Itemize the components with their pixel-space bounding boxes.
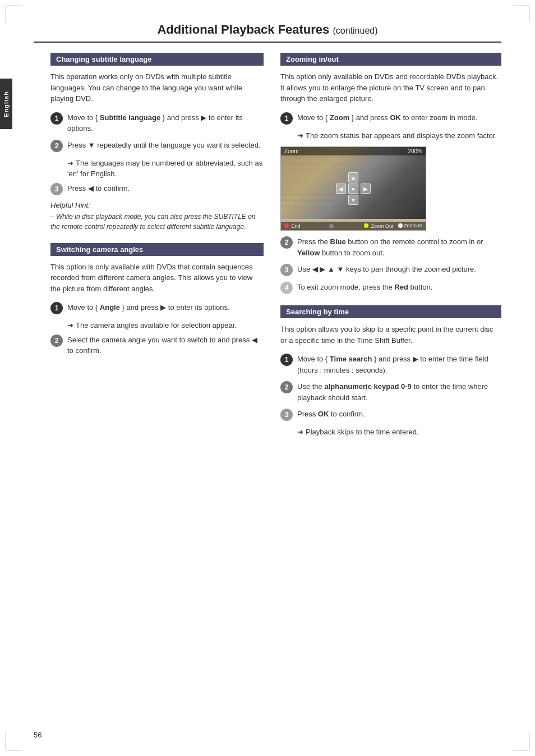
subtitle-step-1: 1 Move to { Subtitle language } and pres… <box>50 112 264 134</box>
subtitle-language-section: Changing subtitle language This operatio… <box>50 53 264 232</box>
time-step-3: 3 Press OK to confirm. <box>280 409 501 421</box>
angle-bold: Angle <box>100 303 120 311</box>
dot-gray <box>329 224 334 228</box>
alphanumeric-bold: alphanumeric keypad 0-9 <box>324 382 411 391</box>
red-bold: Red <box>394 283 408 291</box>
zoom-end-label: End <box>284 223 301 229</box>
zoom-percent: 200% <box>408 148 422 154</box>
hint-text: – While in disc playback mode, you can a… <box>50 212 264 232</box>
camera-step-1-arrow: ➜The camera angles available for selecti… <box>67 320 264 331</box>
camera-step-2: 2 Select the camera angle you want to sw… <box>50 335 264 356</box>
camera-step-2-content: Select the camera angle you want to swit… <box>67 335 264 356</box>
time-search-section: Searching by time This option allows you… <box>280 305 501 438</box>
step-2-content: Press ▼ repeatedly until the language yo… <box>67 140 261 151</box>
time-search-bold: Time search <box>330 355 372 363</box>
step-3-number: 3 <box>50 183 63 195</box>
subtitle-step-3: 3 Press ◀ to confirm. <box>50 183 264 195</box>
dot-yellow <box>364 223 368 228</box>
subtitle-language-bold: Subtitle language <box>100 113 160 122</box>
step-2-arrow-note: ➜The languages may be numbered or abbrev… <box>67 158 264 180</box>
zoom-status-bar: Zoom 200% <box>281 147 426 155</box>
subtitle-language-intro: This operation works only on DVDs with m… <box>50 71 264 104</box>
zoom-preview-image: Zoom 200% ▲ ◀ ● ▶ ▼ <box>280 146 426 231</box>
time-step-1-content: Move to { Time search } and press ▶ to e… <box>297 354 501 375</box>
zoom-nav-mid-row: ◀ ● ▶ <box>336 184 371 194</box>
zoom-left-button[interactable]: ◀ <box>336 184 346 194</box>
subtitle-step-2: 2 Press ▼ repeatedly until the language … <box>50 140 264 152</box>
zoom-step-2: 2 Press the Blue button on the remote co… <box>280 236 501 258</box>
blue-bold: Blue <box>330 237 346 246</box>
yellow-bold: Yellow <box>297 249 320 257</box>
zoom-nav-down-row: ▼ <box>348 195 358 205</box>
dot-red <box>284 223 289 228</box>
arrow-symbol: ➜ <box>67 159 73 167</box>
time-step-2-content: Use the alphanumeric keypad 0-9 to enter… <box>297 381 501 403</box>
camera-angles-header: Switching camera angles <box>50 243 264 256</box>
zoom-bold: Zoom <box>330 113 349 122</box>
zoom-step-4: 4 To exit zoom mode, press the Red butto… <box>280 282 501 294</box>
hint-title: Helpful Hint: <box>50 201 264 209</box>
ok-confirm-bold: OK <box>318 410 329 418</box>
zoom-step-3-content: Use ◀ ▶ ▲ ▼ keys to pan through the zoom… <box>297 264 476 275</box>
time-search-intro: This option allows you to skip to a spec… <box>280 324 501 346</box>
camera-angles-intro: This option is only available with DVDs … <box>50 262 264 295</box>
corner-mark-bl <box>6 734 22 750</box>
zoom-navigation: ▲ ◀ ● ▶ ▼ <box>336 172 371 205</box>
zoom-header: Zooming in/out <box>280 53 501 66</box>
camera-step-1: 1 Move to { Angle } and press ▶ to enter… <box>50 302 264 314</box>
step-1-content: Move to { Subtitle language } and press … <box>67 112 264 134</box>
title-continued: (continued) <box>333 26 377 35</box>
step-2-number: 2 <box>50 140 63 152</box>
zoom-up-button[interactable]: ▲ <box>348 172 358 182</box>
side-tab-label: English <box>3 91 10 117</box>
time-search-header: Searching by time <box>280 305 501 318</box>
zoom-step-4-content: To exit zoom mode, press the Red button. <box>297 282 432 293</box>
page-container: English Additional Playback Features (co… <box>0 0 535 756</box>
time-step-3-content: Press OK to confirm. <box>297 409 365 420</box>
zoom-ok-button[interactable]: ● <box>348 184 358 194</box>
camera-step-2-number: 2 <box>50 335 63 347</box>
zoom-step-3-number: 3 <box>280 264 293 276</box>
arrow-symbol-4: ➜ <box>297 428 303 436</box>
corner-mark-tr <box>513 6 529 22</box>
subtitle-language-header: Changing subtitle language <box>50 53 264 66</box>
zoom-section: Zooming in/out This option only availabl… <box>280 53 501 294</box>
zoom-label: Zoom <box>284 148 299 154</box>
zoom-step-4-number: 4 <box>280 282 293 294</box>
zoom-down-button[interactable]: ▼ <box>348 195 358 205</box>
time-step-3-arrow: ➜Playback skips to the time entered. <box>297 427 501 438</box>
right-column: Zooming in/out This option only availabl… <box>280 53 501 449</box>
time-step-2: 2 Use the alphanumeric keypad 0-9 to ent… <box>280 381 501 403</box>
left-column: Changing subtitle language This operatio… <box>50 53 264 449</box>
time-step-1-number: 1 <box>280 354 293 366</box>
camera-angles-section: Switching camera angles This option is o… <box>50 243 264 356</box>
page-title: Additional Playback Features (continued) <box>34 22 501 43</box>
zoom-intro: This option only available on DVDs and r… <box>280 71 501 104</box>
corner-mark-tl <box>6 6 22 22</box>
zoom-footer-bar: End Zoom Out Zoom In <box>281 222 426 230</box>
two-column-layout: Changing subtitle language This operatio… <box>50 53 501 449</box>
zoom-right-button[interactable]: ▶ <box>361 184 371 194</box>
camera-step-1-number: 1 <box>50 302 63 314</box>
page-number: 56 <box>34 731 41 739</box>
zoom-step-1-content: Move to { Zoom } and press OK to enter z… <box>297 112 478 123</box>
ok-bold: OK <box>390 113 401 122</box>
corner-mark-br <box>513 734 529 750</box>
side-tab: English <box>0 79 12 129</box>
arrow-symbol-3: ➜ <box>297 131 303 140</box>
zoom-step-2-number: 2 <box>280 236 293 249</box>
zoom-step-3: 3 Use ◀ ▶ ▲ ▼ keys to pan through the zo… <box>280 264 501 276</box>
zoom-out-label: Zoom Out Zoom In <box>364 223 422 229</box>
zoom-step-1-number: 1 <box>280 112 293 125</box>
arrow-symbol-2: ➜ <box>67 321 73 329</box>
helpful-hint-box: Helpful Hint: – While in disc playback m… <box>50 201 264 232</box>
zoom-nav-up-row: ▲ <box>348 172 358 182</box>
zoom-step-1-arrow: ➜The zoom status bar appears and display… <box>297 130 501 141</box>
camera-step-1-content: Move to { Angle } and press ▶ to enter i… <box>67 302 230 313</box>
zoom-dot-white: Zoom In <box>398 223 422 228</box>
zoom-step-2-content: Press the Blue button on the remote cont… <box>297 236 501 258</box>
title-main: Additional Playback Features <box>157 22 329 36</box>
dot-white <box>398 223 403 228</box>
time-step-3-number: 3 <box>280 409 293 421</box>
zoom-step-1: 1 Move to { Zoom } and press OK to enter… <box>280 112 501 125</box>
